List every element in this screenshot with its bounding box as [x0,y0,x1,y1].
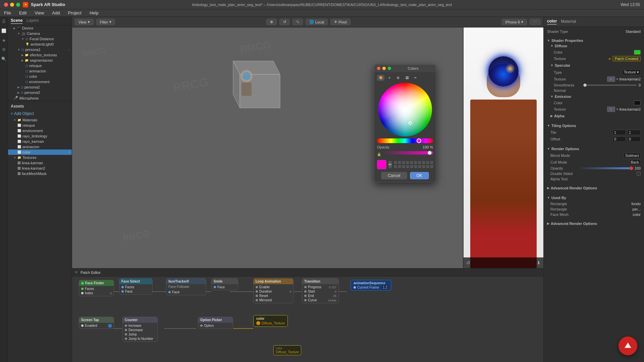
blend-mode-dropdown[interactable]: Subtract [624,153,641,158]
minimize-button[interactable] [10,3,14,7]
tree-segmentacion[interactable]: ▶ 📁 segmentacion [8,58,72,63]
fab-button[interactable] [619,337,637,355]
grid-cell[interactable] [410,161,413,164]
transform-icon[interactable]: ⊕ [266,19,277,25]
color-wheel[interactable] [378,83,432,136]
color-swatches-tab[interactable]: ⊞ [394,75,402,81]
tree-color[interactable]: ◻ color [8,74,72,79]
device-capture-icon[interactable]: ⬇ [537,260,541,265]
tree-retoque[interactable]: ◻ retoque [8,63,72,68]
emission-color-swatch[interactable] [634,101,641,105]
tile-y-input[interactable] [627,130,641,135]
offset-x-input[interactable] [612,136,626,142]
grid-cell[interactable] [394,165,397,168]
patch-node-transition[interactable]: Transition Progress 0.137 Start 0 [302,278,339,303]
rotate-icon[interactable]: ↺ [279,19,290,25]
patch-node-face-select[interactable]: Face Select Faces Face [119,278,153,295]
menu-file[interactable]: File [3,10,12,15]
patch-close-icon[interactable]: ✕ [75,270,78,275]
color-wheel-container[interactable] [378,83,432,136]
tree-efectos[interactable]: ▶ 📁 efectos_texturas [8,52,72,58]
tree-animacion[interactable]: ◻ animacion [8,68,72,74]
double-sided-checkbox[interactable] [637,172,641,176]
grid-cell[interactable] [422,165,425,168]
grid-cell[interactable] [394,161,397,164]
tex-face-mesh[interactable]: 🖼 faceMeshMask [8,171,72,176]
grid-cell[interactable] [414,165,417,168]
smoothness-thumb[interactable] [583,83,587,87]
shader-properties-header[interactable]: ▼ Shader Properties [547,39,641,43]
menu-edit[interactable]: Edit [18,10,28,15]
patch-node-loop-animation[interactable]: Loop Animation Enable Duration 4 [253,278,293,303]
patch-node-face-finder[interactable]: Face Finder Faces Index 0 [79,280,114,296]
grid-cell[interactable] [402,165,405,168]
tab-color[interactable]: color [547,19,557,24]
tree-camera[interactable]: ▼ 🎥 Camera [8,31,72,36]
mat-rayo-karman[interactable]: ⬜ rayo_karman [8,139,72,144]
tex-linea-karman2[interactable]: 🖼 linea-karman2 [8,166,72,171]
grid-cell[interactable] [426,161,429,164]
dialog-close[interactable] [377,67,380,70]
tree-persona1[interactable]: ▼ ◻ persona1 → [8,47,72,52]
advanced-render-header[interactable]: ▶ Advanced Render Options [547,186,641,190]
render-opacity-slider[interactable] [580,167,633,169]
specular-type-dropdown[interactable]: Texture ▾ [622,69,641,75]
tool-search[interactable]: 🔍 [1,56,7,62]
advanced-render-bottom-header[interactable]: ▶ Advanced Render Options [547,222,641,226]
menu-view[interactable]: View [33,10,45,15]
dialog-maximize[interactable] [388,67,391,70]
patch-node-color[interactable]: color Diffuse_Texture [253,315,288,327]
mat-environment[interactable]: ⬜ environment [8,128,72,133]
grid-cell[interactable] [398,165,401,168]
tree-persona3[interactable]: ▶ ◻ persona3 [8,90,72,95]
patch-node-smile[interactable]: Smile Face [211,278,238,290]
scale-icon[interactable]: ⤡ [292,19,303,25]
tab-material[interactable]: Material [561,19,576,24]
eyedropper-button[interactable]: ✏ [388,161,392,168]
local-button[interactable]: 🌐 Local [306,19,328,25]
tool-scene[interactable]: ☰ [1,18,7,25]
color-wheel-tab[interactable]: 🎨 [377,75,384,81]
pivot-button[interactable]: ✛ Pivot [330,19,350,25]
filter-button[interactable]: Filter ▾ [96,19,115,25]
patch-node-face-tracker[interactable]: faceTracker0 Face Follower Face [166,278,206,295]
grid-cell[interactable] [430,165,433,168]
color-swatch[interactable] [377,160,386,169]
hue-thumb[interactable] [417,138,421,143]
device-selector[interactable]: iPhone 8 ▾ [502,19,527,25]
grid-cell[interactable] [410,165,413,168]
used-by-header[interactable]: ▼ Used By [547,196,641,200]
diffuse-texture-value[interactable]: Patch Created [612,56,641,61]
menu-add[interactable]: Add [51,10,61,15]
tree-environment[interactable]: ◻ environment [8,79,72,84]
mat-color[interactable]: ⬜ color + [8,149,72,155]
hue-slider[interactable] [377,138,433,143]
tree-microphone[interactable]: 🎤 Microphone [8,95,72,101]
smoothness-slider[interactable] [583,84,637,86]
tile-x-input[interactable] [612,130,626,135]
patch-node-screen-tap[interactable]: Screen Tap Enabled [79,317,114,329]
ok-button[interactable]: OK [410,172,429,179]
materials-group[interactable]: ▼ 📁 Materials [8,117,72,123]
opacity-thumb[interactable] [428,151,432,155]
tiling-header[interactable]: ▼ Tiling Options [547,124,641,128]
menu-project[interactable]: Project [66,10,83,15]
grid-cell[interactable] [414,161,417,164]
tree-device[interactable]: ▶ 📱 Device [8,25,72,31]
cull-mode-dropdown[interactable]: Back [629,160,641,165]
specular-header[interactable]: ▼ Specular [550,63,641,67]
tex-linea-karman[interactable]: 🖼 linea-karman [8,160,72,166]
tool-layers[interactable]: ⬜ [1,27,7,34]
diffuse-header[interactable]: ▼ Diffuse [550,44,641,48]
close-button[interactable] [4,3,8,7]
add-object-button[interactable]: + Add Object [8,110,72,117]
tree-ambient-light[interactable]: 💡 ambientLight0 [8,42,72,47]
layers-tab[interactable]: Layers [26,18,39,24]
grid-cell[interactable] [418,165,421,168]
tree-persona2[interactable]: ▶ ◻ persona2 [8,84,72,90]
patch-node-counter[interactable]: Counter Increase Decrease Jump Jump to N… [122,317,158,342]
dialog-minimize[interactable] [382,67,386,70]
mat-rayo-limbology[interactable]: ⬜ rayo_limbology [8,133,72,139]
mat-animacion[interactable]: ⬜ animacion [8,144,72,149]
color-sliders-tab[interactable]: ≡ [386,75,393,81]
